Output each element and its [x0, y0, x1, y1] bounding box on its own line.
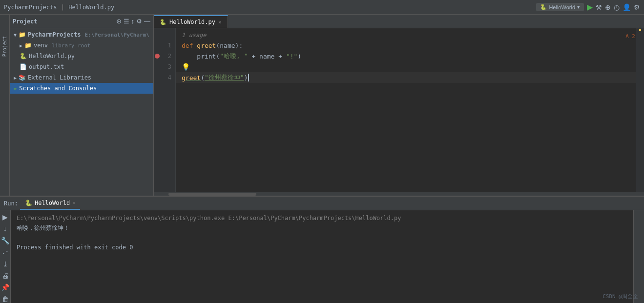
- code-content[interactable]: 1 usage def greet(name): print("哈喽, " + …: [176, 28, 636, 192]
- terminal-run-icon[interactable]: ▶: [2, 213, 8, 221]
- usage-hint-text: 1 usage: [182, 32, 207, 39]
- run-config-label: HelloWorld: [549, 4, 575, 10]
- run-config-chevron: ▾: [577, 4, 580, 10]
- horizontal-scrollbar[interactable]: [154, 192, 644, 196]
- tree-item-venv[interactable]: ▶ 📁 venv library root: [10, 40, 153, 51]
- watermark: CSDN @周全全: [602, 293, 638, 300]
- ext-lib-icon: 📚: [19, 74, 26, 81]
- minimize-icon[interactable]: —: [144, 18, 150, 25]
- wrench-icon[interactable]: 🔧: [1, 237, 9, 244]
- paren-open: (: [216, 42, 220, 49]
- pin-icon[interactable]: 📌: [1, 283, 9, 291]
- terminal-output-blank: [17, 234, 20, 241]
- expand-arrow: ▼: [14, 32, 17, 38]
- venv-icon: 📁: [24, 42, 32, 49]
- tab-close-icon[interactable]: ✕: [218, 19, 222, 25]
- terminal-line-0: E:\Personal\PyCharm\PycharmProjects\venv…: [17, 213, 627, 223]
- title-file: HelloWorld.py: [68, 4, 114, 11]
- bottom-tab-helloworld[interactable]: 🐍 HelloWorld ✕: [20, 197, 80, 210]
- bottom-content: ▶ ↓ 🔧 ⇌ ⤓ 🖨 📌 🗑 E:\Personal\PyCharm\Pych…: [0, 210, 644, 303]
- add-icon[interactable]: ⊕: [116, 18, 122, 25]
- sort-icon[interactable]: ↕: [131, 18, 135, 25]
- code-line-2: print("哈喽, " + name + "!"): [176, 51, 636, 61]
- bottom-tab-close-icon[interactable]: ✕: [72, 200, 75, 205]
- sidebar-label[interactable]: Project: [2, 36, 7, 57]
- terminal-output-1: 哈喽，徐州蔡徐坤！: [17, 224, 69, 232]
- bottom-tabs: Run: 🐍 HelloWorld ✕: [0, 197, 644, 210]
- run-config-btn[interactable]: 🐍 HelloWorld ▾: [536, 3, 584, 11]
- a2-badge: A 2: [625, 33, 635, 40]
- terminal-line-1: 哈喽，徐州蔡徐坤！: [17, 223, 627, 233]
- tree-label-output: output.txt: [29, 63, 64, 70]
- bottom-panel: Run: 🐍 HelloWorld ✕ ▶ ↓ 🔧 ⇌ ⤓ 🖨 📌 🗑: [0, 196, 644, 303]
- right-gutter: [636, 28, 644, 192]
- title-separator: |: [61, 3, 64, 11]
- terminal-line-2: [17, 233, 627, 242]
- paren-print-open: (: [216, 53, 220, 60]
- app-name: PycharmProjects: [4, 4, 57, 11]
- run-label: Run:: [4, 200, 18, 207]
- op-concat: + name +: [248, 53, 286, 60]
- tree-label-venv: venv: [34, 42, 48, 49]
- tree-item-external-libs[interactable]: ▶ 📚 External Libraries: [10, 72, 153, 83]
- expand-arrow-venv: ▶: [20, 43, 22, 48]
- tree-label-projects: PycharmProjects: [28, 31, 81, 38]
- keyword-def: def: [182, 42, 197, 49]
- gutter-line-4: 4: [154, 72, 175, 83]
- gear-icon[interactable]: ⚙: [136, 18, 142, 25]
- scroll-down-icon[interactable]: ↓: [3, 225, 7, 233]
- trash-icon[interactable]: 🗑: [2, 295, 9, 303]
- indent-2: [182, 53, 197, 60]
- print-icon[interactable]: 🖨: [2, 272, 9, 280]
- code-line-3: 💡: [176, 61, 636, 72]
- bottom-right-icons: [633, 210, 644, 303]
- folder-icon: 📁: [19, 31, 26, 38]
- gutter-line-1: 1: [154, 40, 175, 51]
- func-name: greet: [197, 42, 216, 49]
- run-config-icon: 🐍: [540, 4, 547, 10]
- tree-item-helloworld[interactable]: 🐍 HelloWorld.py: [10, 51, 153, 61]
- cursor: [248, 74, 249, 81]
- user-icon[interactable]: 👤: [623, 3, 631, 11]
- builtin-print: print: [197, 53, 216, 60]
- terminal-output-3: Process finished with exit code 0: [17, 244, 133, 251]
- tree-item-output[interactable]: 📄 output.txt: [10, 61, 153, 72]
- wrap-icon[interactable]: ⇌: [2, 248, 8, 256]
- project-tree: ▼ 📁 PycharmProjects E:\Personal\PyCharm\…: [10, 28, 153, 196]
- tab-python-icon: 🐍: [160, 19, 166, 25]
- call-greet: greet: [182, 74, 201, 81]
- settings-icon[interactable]: ⚙: [634, 3, 640, 11]
- build-icon[interactable]: ⚒: [596, 3, 602, 11]
- bottom-tab-icon: 🐍: [25, 200, 32, 206]
- gutter-line-3: 3: [154, 61, 175, 72]
- expand-arrow-ext: ▶: [14, 75, 17, 81]
- str-greeting: "哈喽, ": [220, 52, 248, 61]
- tree-item-scratches[interactable]: ✏ Scratches and Consoles: [10, 83, 153, 94]
- project-toolbar-icons: ⊕ ☰ ↕ ⚙ —: [116, 18, 151, 25]
- tree-item-pycharmprojects[interactable]: ▼ 📁 PycharmProjects E:\Personal\PyCharm\: [10, 29, 153, 40]
- tab-helloworld[interactable]: 🐍 HelloWorld.py ✕: [154, 15, 228, 28]
- gutter-line-2[interactable]: 2: [154, 51, 175, 61]
- tree-label-helloworld: HelloWorld.py: [29, 53, 75, 60]
- param-name: name: [220, 42, 235, 49]
- str-name-arg: "徐州蔡徐坤": [205, 73, 244, 82]
- run-button[interactable]: ▶: [587, 2, 593, 12]
- scroll-to-end-icon[interactable]: ⤓: [2, 260, 8, 268]
- terminal-command: E:\Personal\PyCharm\PycharmProjects\venv…: [17, 215, 401, 222]
- code-line-1: def greet(name):: [176, 40, 636, 51]
- paren-print-close: ): [297, 53, 301, 60]
- lightbulb-icon[interactable]: 💡: [182, 63, 190, 71]
- editor-content-area: 1 2 3 4 1 usage def greet(name):: [154, 28, 644, 192]
- scratches-icon: ✏: [14, 85, 17, 92]
- coverage-icon[interactable]: ⊕: [605, 3, 611, 11]
- title-bar-right: 🐍 HelloWorld ▾ ▶ ⚒ ⊕ ◷ 👤 ⚙: [536, 2, 640, 12]
- terminal-output: E:\Personal\PyCharm\PycharmProjects\venv…: [11, 210, 633, 303]
- text-file-icon: 📄: [20, 63, 27, 70]
- list-icon[interactable]: ☰: [124, 18, 129, 25]
- usage-hint: 1 usage: [176, 30, 636, 40]
- profile-icon[interactable]: ◷: [614, 3, 620, 11]
- title-bar: PycharmProjects | HelloWorld.py 🐍 HelloW…: [0, 0, 644, 15]
- bottom-left-icons: ▶ ↓ 🔧 ⇌ ⤓ 🖨 📌 🗑: [0, 210, 11, 303]
- editor-area: Project Project ⊕ ☰ ↕ ⚙ —: [0, 15, 644, 196]
- tree-label-venv-suffix: library root: [52, 42, 90, 49]
